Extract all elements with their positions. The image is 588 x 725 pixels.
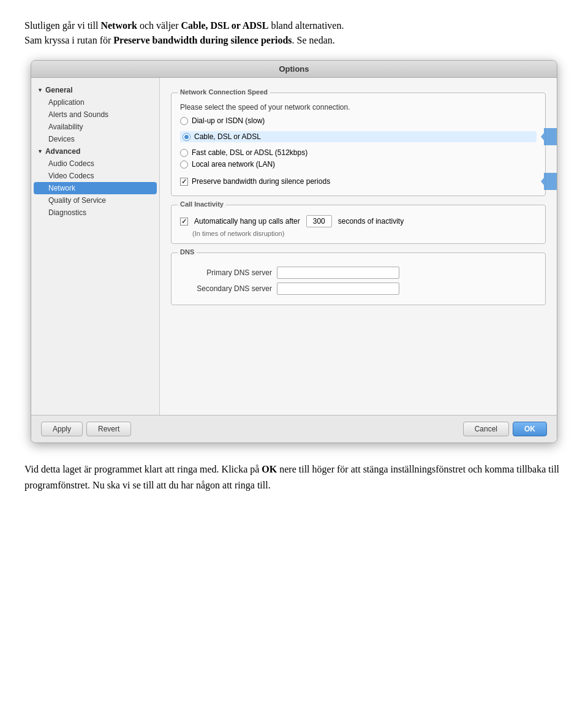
outro-paragraph: Vid detta laget är programmet klart att … bbox=[24, 461, 564, 493]
intro-line2: Sam kryssa i rutan för bbox=[24, 35, 113, 45]
footer-left-buttons: Apply Revert bbox=[41, 422, 131, 436]
sidebar-item-video-codecs[interactable]: Video Codecs bbox=[31, 170, 159, 182]
preserve-label: Preserve bandwidth during silence period… bbox=[192, 177, 330, 186]
sidebar-item-network[interactable]: Network bbox=[34, 182, 157, 194]
sidebar-section-advanced[interactable]: ▼ Advanced bbox=[31, 145, 159, 158]
intro-text3: bland alternativen. bbox=[268, 20, 344, 31]
outro-text1: Vid detta laget är programmet klart att … bbox=[24, 464, 262, 474]
seconds-label: seconds of inactivity bbox=[338, 217, 404, 226]
dialog-body: ▼ General Application Alerts and Sounds … bbox=[31, 78, 557, 415]
inactivity-row: Automatically hang up calls after second… bbox=[180, 215, 537, 227]
inactivity-note: (In times of network disruption) bbox=[192, 230, 537, 237]
auto-hangup-label: Automatically hang up calls after bbox=[194, 217, 300, 226]
sidebar-item-audio-codecs[interactable]: Audio Codecs bbox=[31, 158, 159, 170]
intro-text4: . Se nedan. bbox=[292, 35, 335, 45]
triangle-general: ▼ bbox=[37, 87, 43, 93]
sidebar-advanced-label: Advanced bbox=[45, 147, 80, 156]
sidebar-item-qos[interactable]: Quality of Service bbox=[31, 194, 159, 207]
svg-marker-1 bbox=[541, 173, 557, 190]
preserve-checkbox[interactable] bbox=[180, 178, 188, 186]
auto-hangup-input[interactable] bbox=[306, 215, 332, 227]
secondary-dns-input[interactable] bbox=[277, 283, 399, 295]
sidebar-item-alerts[interactable]: Alerts and Sounds bbox=[31, 108, 159, 121]
dns-group: DNS Primary DNS server Secondary DNS ser… bbox=[171, 252, 546, 305]
outro-bold1: OK bbox=[262, 464, 277, 474]
intro-text1: Slutligen går vi till bbox=[24, 20, 100, 31]
cable-arrow bbox=[541, 128, 557, 145]
radio-lan[interactable] bbox=[180, 161, 188, 169]
network-speed-group: Network Connection Speed Please select t… bbox=[171, 93, 546, 196]
radio-fastcable[interactable] bbox=[180, 149, 188, 157]
intro-paragraph: Slutligen går vi till Network och väljer… bbox=[24, 18, 564, 48]
radio-cable-label: Cable, DSL or ADSL bbox=[194, 132, 261, 141]
options-dialog: Options ▼ General Application Alerts and… bbox=[31, 60, 557, 443]
auto-hangup-checkbox[interactable] bbox=[180, 218, 188, 226]
radio-fastcable-label: Fast cable, DSL or ADSL (512kbps) bbox=[192, 148, 307, 157]
intro-bold1: Network bbox=[100, 20, 137, 31]
intro-bold2: Cable, DSL or ADSL bbox=[181, 20, 269, 31]
preserve-checkbox-row[interactable]: Preserve bandwidth during silence period… bbox=[180, 177, 537, 186]
call-inactivity-group: Call Inactivity Automatically hang up ca… bbox=[171, 205, 546, 244]
intro-text2: och väljer bbox=[137, 20, 181, 31]
radio-cable[interactable] bbox=[183, 133, 190, 141]
primary-dns-label: Primary DNS server bbox=[180, 268, 272, 277]
radio-dialup[interactable] bbox=[180, 117, 188, 125]
network-speed-desc: Please select the speed of your network … bbox=[180, 103, 537, 112]
radio-row-cable[interactable]: Cable, DSL or ADSL bbox=[180, 131, 537, 142]
footer-right-buttons: Cancel OK bbox=[463, 422, 547, 436]
radio-row-dialup[interactable]: Dial-up or ISDN (slow) bbox=[180, 116, 537, 125]
svg-marker-0 bbox=[541, 128, 557, 145]
spacer bbox=[171, 311, 546, 348]
call-inactivity-title: Call Inactivity bbox=[178, 200, 226, 208]
ok-button[interactable]: OK bbox=[513, 422, 547, 436]
preserve-arrow bbox=[541, 173, 557, 190]
dialog-footer: Apply Revert Cancel OK bbox=[31, 415, 557, 442]
sidebar-item-availability[interactable]: Availability bbox=[31, 121, 159, 133]
radio-dialup-label: Dial-up or ISDN (slow) bbox=[192, 116, 265, 125]
cancel-button[interactable]: Cancel bbox=[463, 422, 509, 436]
primary-dns-row: Primary DNS server bbox=[180, 267, 537, 279]
main-content: Network Connection Speed Please select t… bbox=[160, 78, 557, 415]
intro-bold3: Preserve bandwidth during silence period… bbox=[113, 35, 292, 45]
sidebar: ▼ General Application Alerts and Sounds … bbox=[31, 78, 160, 415]
dialog-titlebar: Options bbox=[31, 61, 557, 78]
primary-dns-input[interactable] bbox=[277, 267, 399, 279]
sidebar-section-general[interactable]: ▼ General bbox=[31, 84, 159, 96]
radio-row-fastcable[interactable]: Fast cable, DSL or ADSL (512kbps) bbox=[180, 148, 537, 157]
dialog-title: Options bbox=[279, 64, 309, 74]
radio-lan-label: Local area network (LAN) bbox=[192, 160, 275, 169]
network-speed-title: Network Connection Speed bbox=[178, 88, 270, 96]
preserve-row-container: Preserve bandwidth during silence period… bbox=[180, 173, 537, 189]
sidebar-general-label: General bbox=[45, 86, 73, 94]
sidebar-item-devices[interactable]: Devices bbox=[31, 133, 159, 145]
apply-button[interactable]: Apply bbox=[41, 422, 83, 436]
triangle-advanced: ▼ bbox=[37, 148, 43, 154]
secondary-dns-label: Secondary DNS server bbox=[180, 284, 272, 293]
radio-row-lan[interactable]: Local area network (LAN) bbox=[180, 160, 537, 169]
cable-row-container: Cable, DSL or ADSL bbox=[180, 128, 537, 145]
revert-button[interactable]: Revert bbox=[86, 422, 131, 436]
sidebar-item-application[interactable]: Application bbox=[31, 96, 159, 108]
dns-title: DNS bbox=[178, 248, 197, 256]
sidebar-item-diagnostics[interactable]: Diagnostics bbox=[31, 207, 159, 219]
secondary-dns-row: Secondary DNS server bbox=[180, 283, 537, 295]
dialog-wrapper: Options ▼ General Application Alerts and… bbox=[24, 60, 564, 443]
